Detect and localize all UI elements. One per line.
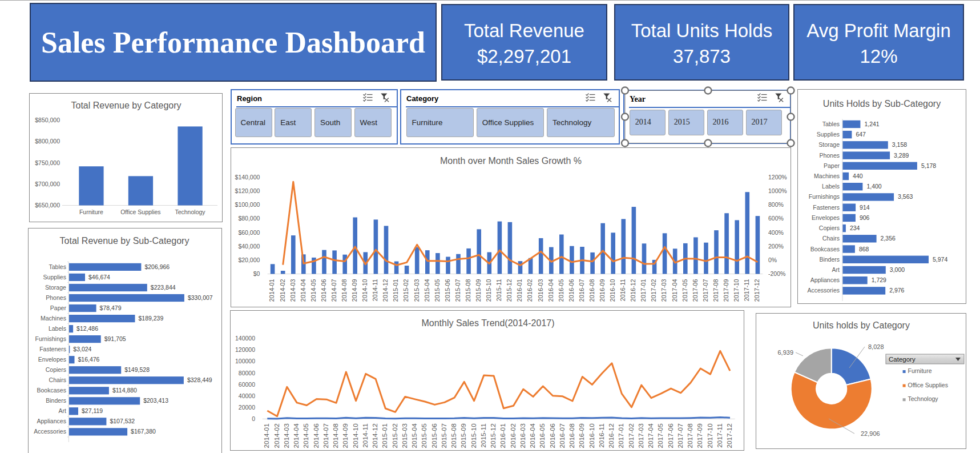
svg-text:2016-05: 2016-05 bbox=[558, 279, 564, 302]
svg-text:Phones: Phones bbox=[819, 152, 840, 159]
svg-text:Labels: Labels bbox=[822, 183, 840, 190]
svg-text:2016-04: 2016-04 bbox=[547, 279, 554, 302]
svg-text:2016-06: 2016-06 bbox=[549, 423, 556, 448]
svg-text:0: 0 bbox=[252, 415, 255, 422]
svg-text:2015-02: 2015-02 bbox=[402, 279, 409, 302]
svg-text:2016-09: 2016-09 bbox=[578, 423, 586, 448]
svg-text:$40,000: $40,000 bbox=[238, 243, 260, 250]
svg-text:2016-03: 2016-03 bbox=[537, 279, 544, 302]
svg-text:Tables: Tables bbox=[49, 263, 66, 270]
svg-text:2016-08: 2016-08 bbox=[588, 279, 595, 302]
svg-text:Art: Art bbox=[832, 266, 840, 273]
svg-text:2015-02: 2015-02 bbox=[391, 423, 399, 448]
svg-text:$60,000: $60,000 bbox=[238, 229, 260, 236]
svg-text:2016-12: 2016-12 bbox=[630, 279, 636, 302]
svg-text:2016-01: 2016-01 bbox=[516, 279, 523, 302]
svg-text:Chairs: Chairs bbox=[822, 235, 840, 242]
svg-text:5,974: 5,974 bbox=[933, 256, 947, 263]
svg-text:2014-07: 2014-07 bbox=[322, 423, 330, 448]
svg-text:Units holds by Category: Units holds by Category bbox=[813, 320, 910, 330]
svg-text:2017-11: 2017-11 bbox=[716, 423, 724, 447]
svg-text:2016-07: 2016-07 bbox=[558, 423, 566, 448]
svg-text:8,028: 8,028 bbox=[868, 343, 884, 350]
svg-text:Technology: Technology bbox=[175, 209, 205, 215]
svg-text:Supplies: Supplies bbox=[43, 274, 66, 280]
svg-text:2017-09: 2017-09 bbox=[723, 279, 729, 302]
svg-text:2014-04: 2014-04 bbox=[292, 423, 300, 448]
svg-text:2014-02: 2014-02 bbox=[279, 279, 286, 302]
svg-text:2016-06: 2016-06 bbox=[568, 279, 575, 302]
svg-text:Category: Category bbox=[889, 356, 916, 363]
svg-text:Supplies: Supplies bbox=[817, 131, 840, 138]
svg-text:1,400: 1,400 bbox=[866, 183, 881, 190]
svg-text:2015-07: 2015-07 bbox=[454, 279, 461, 302]
svg-text:2017-10: 2017-10 bbox=[706, 423, 714, 448]
svg-text:440: 440 bbox=[853, 173, 863, 179]
svg-text:Office Supplies: Office Supplies bbox=[120, 209, 160, 215]
svg-text:2017-02: 2017-02 bbox=[627, 423, 635, 448]
svg-text:2015-04: 2015-04 bbox=[424, 279, 430, 302]
svg-text:Copiers: Copiers bbox=[46, 366, 66, 373]
svg-text:868: 868 bbox=[859, 246, 869, 252]
svg-text:Total Revenue by Sub-Category: Total Revenue by Sub-Category bbox=[60, 236, 189, 246]
svg-text:2015-11: 2015-11 bbox=[495, 279, 502, 302]
svg-text:2016-05: 2016-05 bbox=[538, 423, 546, 448]
svg-text:2017-09: 2017-09 bbox=[696, 423, 704, 448]
svg-text:2016-04: 2016-04 bbox=[529, 423, 537, 448]
svg-text:2014-09: 2014-09 bbox=[351, 279, 358, 302]
svg-text:$149,528: $149,528 bbox=[124, 366, 150, 373]
svg-text:800%: 800% bbox=[768, 201, 784, 208]
svg-text:80000: 80000 bbox=[239, 370, 255, 376]
svg-text:2017-07: 2017-07 bbox=[702, 279, 709, 302]
svg-text:Machines: Machines bbox=[41, 315, 66, 322]
svg-text:Labels: Labels bbox=[49, 325, 66, 332]
svg-text:600%: 600% bbox=[768, 215, 784, 222]
svg-text:Storage: Storage bbox=[45, 284, 66, 291]
svg-text:140000: 140000 bbox=[235, 335, 255, 342]
svg-text:2017-06: 2017-06 bbox=[667, 423, 675, 448]
svg-text:2017-11: 2017-11 bbox=[743, 279, 750, 302]
svg-text:Month over Month Sales Growth: Month over Month Sales Growth % bbox=[440, 156, 582, 166]
svg-text:2016-08: 2016-08 bbox=[568, 423, 576, 448]
svg-text:2014-05: 2014-05 bbox=[310, 279, 317, 302]
svg-text:2017-05: 2017-05 bbox=[681, 279, 688, 302]
svg-text:2014-01: 2014-01 bbox=[268, 279, 275, 302]
svg-text:2,976: 2,976 bbox=[889, 287, 904, 294]
svg-text:Fasteners: Fasteners bbox=[813, 204, 840, 211]
svg-text:2017-05: 2017-05 bbox=[656, 423, 664, 448]
svg-text:120000: 120000 bbox=[235, 346, 255, 353]
svg-text:2016-09: 2016-09 bbox=[599, 279, 606, 302]
svg-text:1200%: 1200% bbox=[768, 174, 787, 181]
svg-text:2015-06: 2015-06 bbox=[444, 279, 451, 302]
svg-text:2016-03: 2016-03 bbox=[519, 423, 527, 448]
svg-text:1000%: 1000% bbox=[768, 187, 787, 194]
svg-text:$91,705: $91,705 bbox=[104, 335, 126, 342]
svg-text:Envelopes: Envelopes bbox=[38, 356, 66, 363]
svg-text:1,241: 1,241 bbox=[864, 121, 879, 127]
svg-text:2015-08: 2015-08 bbox=[450, 423, 458, 448]
svg-text:$3,024: $3,024 bbox=[73, 346, 91, 352]
svg-text:3,563: 3,563 bbox=[898, 193, 913, 200]
svg-text:2014-06: 2014-06 bbox=[312, 423, 320, 448]
svg-text:Units Holds by Sub-Category: Units Holds by Sub-Category bbox=[823, 99, 941, 109]
svg-text:60000: 60000 bbox=[239, 381, 255, 388]
svg-text:$27,119: $27,119 bbox=[82, 407, 103, 414]
svg-text:2014-07: 2014-07 bbox=[330, 279, 337, 302]
svg-text:20000: 20000 bbox=[239, 404, 255, 411]
svg-text:Envelopes: Envelopes bbox=[812, 214, 840, 221]
svg-text:2015-11: 2015-11 bbox=[479, 423, 487, 447]
svg-text:2017-01: 2017-01 bbox=[640, 279, 647, 302]
svg-text:2,356: 2,356 bbox=[881, 235, 896, 242]
svg-text:2017-08: 2017-08 bbox=[712, 279, 719, 302]
svg-text:2014-12: 2014-12 bbox=[382, 279, 389, 302]
svg-text:1,729: 1,729 bbox=[872, 276, 886, 283]
svg-text:2017-02: 2017-02 bbox=[650, 279, 657, 302]
svg-text:-200%: -200% bbox=[768, 270, 785, 277]
svg-text:2014-09: 2014-09 bbox=[341, 423, 349, 448]
svg-text:$114,880: $114,880 bbox=[112, 387, 137, 394]
svg-text:2014-02: 2014-02 bbox=[273, 423, 281, 448]
svg-text:Office Supplies: Office Supplies bbox=[908, 382, 948, 388]
svg-text:2017-04: 2017-04 bbox=[671, 279, 678, 302]
svg-text:6,939: 6,939 bbox=[777, 349, 793, 356]
svg-text:2017-03: 2017-03 bbox=[660, 279, 667, 302]
